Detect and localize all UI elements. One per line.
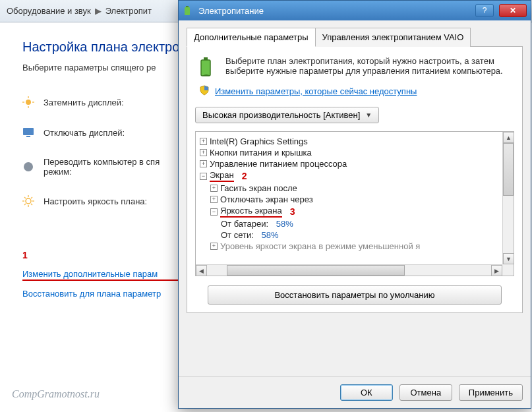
scroll-up-button[interactable]: ▲ <box>503 132 514 143</box>
svg-rect-20 <box>204 57 208 60</box>
tree-label: Уровень яркости экрана в режиме уменьшен… <box>220 241 420 251</box>
battery-large-icon <box>195 56 218 78</box>
moon-icon <box>22 161 34 173</box>
expand-icon[interactable]: + <box>210 185 218 192</box>
row-brightness-label: Настроить яркость плана: <box>44 196 147 206</box>
uac-change-link[interactable]: Изменить параметры, которые сейчас недос… <box>215 86 417 96</box>
svg-line-13 <box>24 197 26 198</box>
dialog-title: Электропитание <box>198 6 264 16</box>
tab-vaio[interactable]: Управления электропитанием VAIO <box>315 28 471 47</box>
svg-line-16 <box>31 197 32 198</box>
svg-line-14 <box>31 204 32 205</box>
apply-button[interactable]: Применить <box>459 384 523 401</box>
tree-value[interactable]: 58% <box>261 230 278 240</box>
tree-node-display[interactable]: − Экран 2 <box>200 169 511 183</box>
collapse-icon[interactable]: − <box>200 173 207 180</box>
collapse-icon[interactable]: − <box>210 208 218 216</box>
intro-text: Выберите план электропитания, который ну… <box>225 56 514 76</box>
ok-button[interactable]: ОК <box>340 384 393 401</box>
tree-node-off-after[interactable]: + Отключать экран через <box>200 194 511 205</box>
tab-panel: Выберите план электропитания, который ну… <box>187 47 523 313</box>
close-button[interactable]: ✕ <box>499 4 527 17</box>
tree-leaf-plugged-in[interactable]: От сети: 58% <box>200 229 511 241</box>
titlebar[interactable]: Электропитание ? ✕ <box>179 1 531 20</box>
tree-label: Экран <box>210 170 234 182</box>
uac-link-row: Изменить параметры, которые сейчас недос… <box>199 85 514 98</box>
tree-label: Управление питанием процессора <box>210 159 347 169</box>
svg-rect-17 <box>185 7 190 15</box>
dialog-footer: ОК Отмена Применить <box>179 376 531 408</box>
svg-rect-6 <box>26 136 30 137</box>
plan-dropdown-label: Высокая производительность [Активен] <box>202 110 360 120</box>
shield-icon <box>199 85 210 98</box>
annotation-3: 3 <box>290 206 295 217</box>
row-sleep-label: Переводить компьютер в спя режим: <box>44 157 160 177</box>
scroll-right-button[interactable]: ▶ <box>491 265 502 276</box>
tree-node-dim-after[interactable]: + Гасить экран после <box>200 183 511 194</box>
expand-icon[interactable]: + <box>210 243 218 250</box>
intro-block: Выберите план электропитания, который ну… <box>195 56 514 78</box>
watermark: CompGramotnost.ru <box>12 388 100 400</box>
svg-point-0 <box>26 100 31 105</box>
restore-defaults-button[interactable]: Восстановить параметры по умолчанию <box>208 285 501 305</box>
power-options-dialog: Электропитание ? ✕ Дополнительные параме… <box>178 0 531 409</box>
tree-label: Яркость экрана <box>220 206 282 218</box>
annotation-2: 2 <box>242 171 247 181</box>
tree-vertical-scrollbar[interactable]: ▲ ▼ <box>502 132 514 264</box>
tree-node-intel-graphics[interactable]: + Intel(R) Graphics Settings <box>200 136 511 147</box>
tree-value[interactable]: 58% <box>276 219 293 229</box>
svg-line-15 <box>24 204 26 205</box>
chevron-down-icon: ▼ <box>365 111 372 119</box>
svg-rect-5 <box>23 128 34 135</box>
chevron-right-icon: ▶ <box>95 6 102 16</box>
monitor-icon <box>22 127 34 138</box>
expand-icon[interactable]: + <box>200 149 207 156</box>
tree-label: Intel(R) Graphics Settings <box>210 136 308 146</box>
sun-dim-icon <box>22 96 34 108</box>
cancel-button[interactable]: Отмена <box>399 384 452 401</box>
scroll-thumb[interactable] <box>227 265 405 276</box>
expand-icon[interactable]: + <box>200 160 207 167</box>
breadcrumb-part-2[interactable]: Электропит <box>105 6 152 16</box>
tree-leaf-on-battery[interactable]: От батареи: 58% <box>200 218 511 229</box>
svg-rect-19 <box>201 60 210 76</box>
sun-icon <box>22 195 34 207</box>
settings-tree[interactable]: + Intel(R) Graphics Settings + Кнопки пи… <box>196 132 514 276</box>
tree-label: Гасить экран после <box>220 183 297 193</box>
tree-node-dim-level-cut[interactable]: + Уровень яркости экрана в режиме уменьш… <box>200 241 511 252</box>
settings-tree-wrap: + Intel(R) Graphics Settings + Кнопки пи… <box>195 131 514 276</box>
annotation-1: 1 <box>22 250 28 260</box>
scroll-thumb[interactable] <box>503 143 514 196</box>
svg-point-8 <box>26 198 31 204</box>
scroll-corner <box>502 264 514 276</box>
tree-label: Кнопки питания и крышка <box>210 148 312 158</box>
svg-point-7 <box>24 162 33 171</box>
tree-horizontal-scrollbar[interactable]: ◀ ▶ <box>196 264 502 276</box>
tree-label: Отключать экран через <box>220 194 313 204</box>
row-off-label: Отключать дисплей: <box>44 128 125 138</box>
tabstrip: Дополнительные параметры Управления элек… <box>187 27 523 47</box>
expand-icon[interactable]: + <box>210 196 218 203</box>
scroll-left-button[interactable]: ◀ <box>196 265 207 276</box>
row-dim-label: Затемнить дисплей: <box>44 98 124 107</box>
scroll-down-button[interactable]: ▼ <box>503 253 514 264</box>
tree-node-power-buttons[interactable]: + Кнопки питания и крышка <box>200 147 511 158</box>
tab-advanced[interactable]: Дополнительные параметры <box>187 28 316 47</box>
tree-node-brightness[interactable]: − Яркость экрана 3 <box>200 205 511 218</box>
dialog-body: Дополнительные параметры Управления элек… <box>179 20 531 313</box>
tree-node-cpu-power[interactable]: + Управление питанием процессора <box>200 158 511 169</box>
tree-label: От сети: <box>221 230 254 240</box>
plan-dropdown[interactable]: Высокая производительность [Активен] ▼ <box>195 107 379 123</box>
expand-icon[interactable]: + <box>200 138 207 145</box>
tree-label: От батареи: <box>221 219 268 229</box>
breadcrumb-part-1[interactable]: Оборудование и звук <box>7 6 91 16</box>
help-button[interactable]: ? <box>475 4 494 17</box>
battery-icon <box>183 5 193 16</box>
svg-rect-18 <box>186 6 189 7</box>
